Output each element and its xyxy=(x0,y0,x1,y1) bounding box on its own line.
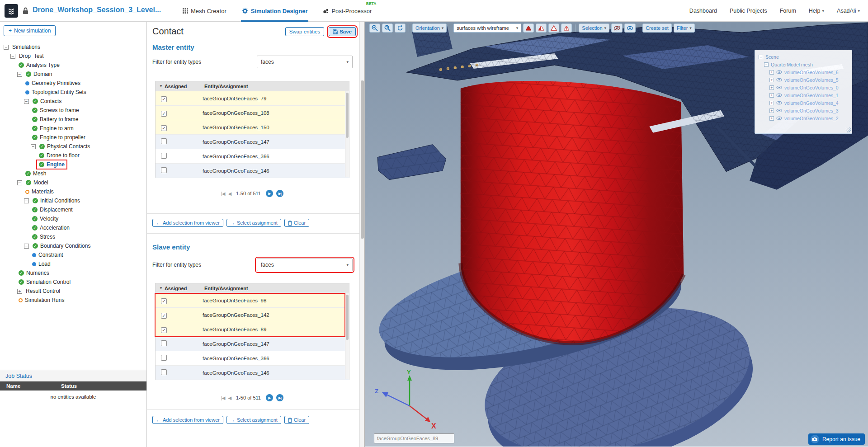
tree-item[interactable]: ✓ Displacement xyxy=(0,205,146,214)
table-row[interactable]: ✓ faceGroupOnGeoFaces_79 xyxy=(156,91,349,106)
tab-simulation-designer[interactable]: Simulation Designer xyxy=(241,0,309,22)
row-checkbox[interactable] xyxy=(161,355,167,361)
tree-item-label[interactable]: Stress xyxy=(40,234,55,240)
tree-item[interactable]: − ✓ Boundary Conditions xyxy=(0,241,146,250)
tree-item-label[interactable]: Physical Contacts xyxy=(47,143,90,150)
assigned-column-header[interactable]: Assigned xyxy=(165,84,187,89)
tree-item-label[interactable]: Result Control xyxy=(26,288,60,294)
table-row[interactable]: faceGroupOnGeoFaces_146 xyxy=(156,164,349,178)
tree-item-label[interactable]: Battery to frame xyxy=(40,116,78,122)
mesh-half-button[interactable] xyxy=(536,24,547,33)
collapse-icon[interactable]: − xyxy=(31,144,36,149)
tree-item-label[interactable]: Model xyxy=(33,179,48,186)
selection-name-input[interactable] xyxy=(374,433,454,443)
collapse-icon[interactable]: − xyxy=(17,180,22,185)
tree-item-label[interactable]: Engine to propeller xyxy=(40,134,85,141)
tree-item[interactable]: ✓ Stress xyxy=(0,232,146,241)
last-page-button[interactable]: ▶| xyxy=(276,190,283,197)
zoom-window-button[interactable] xyxy=(382,24,393,33)
render-mode-select[interactable]: surfaces with wireframe▾ xyxy=(453,24,521,33)
scene-root-item[interactable]: − Scene xyxy=(759,53,849,61)
tree-item[interactable]: ✓ Analysis Type xyxy=(0,61,146,70)
row-checkbox[interactable]: ✓ xyxy=(161,96,167,102)
table-row[interactable]: ✓ faceGroupOnGeoFaces_89 xyxy=(156,322,349,337)
tree-item[interactable]: − Drop_Test xyxy=(0,52,146,61)
scene-volume-item[interactable]: + volumeOnGeoVolumes_3 xyxy=(759,107,849,114)
tree-item-label[interactable]: Domain xyxy=(33,71,52,77)
tree-item-label[interactable]: Simulation Runs xyxy=(25,297,64,303)
scene-volume-item[interactable]: + volumeOnGeoVolumes_1 xyxy=(759,91,849,99)
tree-item[interactable]: ✓ Battery to frame xyxy=(0,115,146,124)
expand-icon[interactable]: + xyxy=(769,116,774,121)
nav-help[interactable]: Help▾ xyxy=(809,8,824,14)
mesh-solid-button[interactable] xyxy=(523,24,534,33)
swap-entities-button[interactable]: Swap entities xyxy=(285,27,324,36)
table-row[interactable]: faceGroupOnGeoFaces_366 xyxy=(156,149,349,164)
clear-button[interactable]: Clear xyxy=(284,416,309,424)
tree-item[interactable]: − ✓ Initial Conditions xyxy=(0,196,146,205)
collapse-icon[interactable]: − xyxy=(17,72,22,77)
collapse-icon[interactable]: − xyxy=(24,244,29,249)
slave-table-scrollbar[interactable] xyxy=(345,293,349,379)
sort-caret-icon[interactable]: ▼ xyxy=(159,286,163,290)
row-checkbox[interactable] xyxy=(161,153,167,159)
tree-item-label[interactable]: Engine to arm xyxy=(40,125,74,132)
collapse-icon[interactable]: − xyxy=(759,55,763,59)
selection-dropdown[interactable]: Selection▾ xyxy=(579,24,609,33)
collapse-icon[interactable]: − xyxy=(10,54,15,59)
row-checkbox[interactable] xyxy=(161,138,167,144)
row-checkbox[interactable]: ✓ xyxy=(161,111,167,117)
tab-post-processor[interactable]: Post-Processor BETA xyxy=(322,0,373,22)
fit-view-button[interactable] xyxy=(395,24,406,33)
tree-item[interactable]: ✓ Engine to propeller xyxy=(0,133,146,142)
tree-item-label[interactable]: Displacement xyxy=(40,207,73,213)
table-row[interactable]: ✓ faceGroupOnGeoFaces_98 xyxy=(156,293,349,308)
app-logo-icon[interactable] xyxy=(5,4,18,18)
nav-public-projects[interactable]: Public Projects xyxy=(730,8,767,14)
master-entity-type-select[interactable]: faces ▾ xyxy=(257,56,353,68)
slave-entity-type-select[interactable]: faces ▾ xyxy=(257,259,353,271)
tree-item-label[interactable]: Screws to frame xyxy=(40,107,79,113)
tree-item[interactable]: − Simulations xyxy=(0,42,146,52)
tree-item-label[interactable]: Geometry Primitives xyxy=(32,80,80,86)
tree-item-label[interactable]: Materials xyxy=(32,188,54,195)
tree-item[interactable]: ✓ Screws to frame xyxy=(0,106,146,115)
tree-item[interactable]: + Result Control xyxy=(0,287,146,296)
eye-icon[interactable] xyxy=(776,70,782,75)
row-checkbox[interactable]: ✓ xyxy=(161,327,167,333)
expand-icon[interactable]: + xyxy=(769,108,774,113)
tree-item[interactable]: − ✓ Model xyxy=(0,178,146,187)
assigned-column-header[interactable]: Assigned xyxy=(165,286,187,291)
nav-dashboard[interactable]: Dashboard xyxy=(689,8,717,14)
last-page-button[interactable]: ▶| xyxy=(276,394,283,401)
expand-icon[interactable]: + xyxy=(769,85,774,90)
tree-item[interactable]: ✓ Mesh xyxy=(0,169,146,178)
row-checkbox[interactable]: ✓ xyxy=(161,313,167,319)
expand-icon[interactable]: + xyxy=(769,101,774,105)
prev-page-button[interactable]: ◀ xyxy=(228,395,231,400)
tree-item[interactable]: ✓ Simulation Control xyxy=(0,278,146,287)
nav-user-menu[interactable]: AsadAli▾ xyxy=(837,8,860,14)
eye-icon[interactable] xyxy=(776,116,782,121)
entity-column-header[interactable]: Entity/Assignment xyxy=(204,286,248,291)
tree-item[interactable]: Load xyxy=(0,259,146,268)
clear-button[interactable]: Clear xyxy=(284,219,309,227)
tree-item[interactable]: Constraint xyxy=(0,250,146,259)
scene-mesh-item[interactable]: − QuarterModel mesh xyxy=(759,61,849,68)
table-row[interactable]: ✓ faceGroupOnGeoFaces_108 xyxy=(156,106,349,120)
tree-item-label[interactable]: Constraint xyxy=(38,252,63,258)
tree-item[interactable]: ✓ Engine xyxy=(0,160,146,169)
tree-item[interactable]: ✓ Drone to floor xyxy=(0,151,146,160)
tree-item[interactable]: Geometry Primitives xyxy=(0,79,146,88)
scene-volume-item[interactable]: + volumeOnGeoVolumes_5 xyxy=(759,76,849,84)
tree-item[interactable]: ✓ Acceleration xyxy=(0,223,146,232)
tree-item[interactable]: Topological Entity Sets xyxy=(0,88,146,97)
tree-item[interactable]: Materials xyxy=(0,187,146,196)
table-row[interactable]: faceGroupOnGeoFaces_146 xyxy=(156,366,349,380)
row-checkbox[interactable] xyxy=(161,340,167,346)
zoom-in-button[interactable] xyxy=(369,24,380,33)
tab-mesh-creator[interactable]: Mesh Creator xyxy=(182,0,227,22)
tree-item-label[interactable]: Topological Entity Sets xyxy=(32,89,86,95)
expand-icon[interactable]: + xyxy=(769,70,774,75)
collapse-icon[interactable]: − xyxy=(24,99,29,104)
